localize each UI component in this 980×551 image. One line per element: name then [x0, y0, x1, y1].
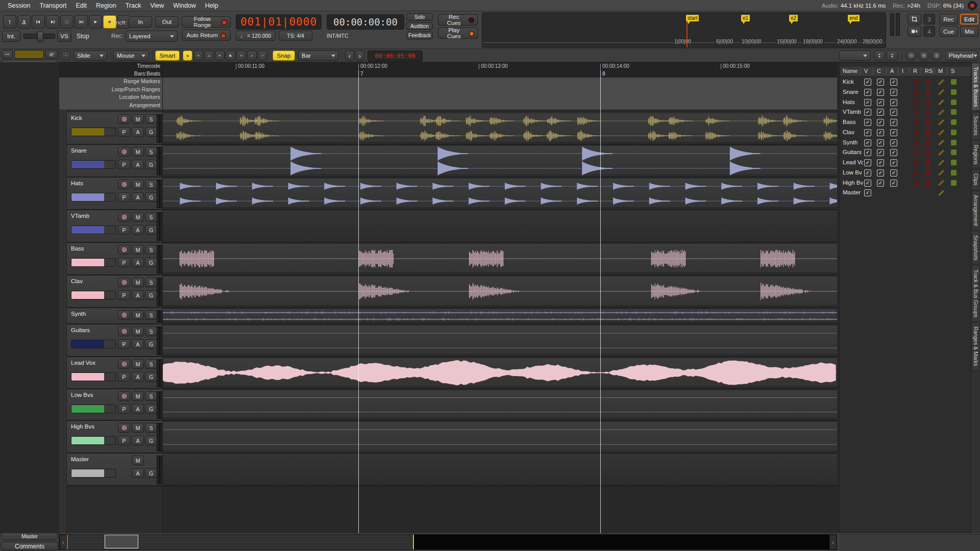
- track-header-clav[interactable]: ClavMSPAG: [67, 276, 162, 308]
- selection-tool-button[interactable]: [908, 14, 921, 24]
- solo-state-icon[interactable]: [951, 89, 957, 95]
- active-checkbox[interactable]: ✓: [877, 109, 884, 116]
- layer-4-button[interactable]: 4: [923, 26, 935, 37]
- track-header-low-bvs[interactable]: Low BvsMSPAG: [67, 389, 162, 421]
- track-automation-button[interactable]: A: [132, 372, 144, 382]
- comments-button[interactable]: Comments: [1, 542, 58, 550]
- track-mute-button[interactable]: M: [132, 359, 144, 369]
- table-row[interactable]: Synth✓✓✓: [840, 138, 971, 147]
- mute-state-icon[interactable]: [938, 149, 944, 156]
- visible-checkbox[interactable]: ✓: [864, 129, 871, 136]
- track-automation-button[interactable]: A: [132, 404, 144, 414]
- track-group-button[interactable]: G: [145, 192, 157, 202]
- track-automation-button[interactable]: A: [132, 192, 144, 202]
- record-indicator-button[interactable]: [968, 1, 977, 10]
- track-solo-button[interactable]: S: [145, 359, 157, 369]
- audible-checkbox[interactable]: ✓: [890, 119, 897, 126]
- fade-tool-button[interactable]: [226, 51, 235, 61]
- active-checkbox[interactable]: ✓: [877, 119, 884, 126]
- track-rec-enable-button[interactable]: [118, 147, 130, 157]
- active-checkbox[interactable]: ✓: [877, 99, 884, 106]
- rec-enable-dot-icon[interactable]: [913, 170, 918, 176]
- track-playlist-button[interactable]: P: [118, 192, 130, 202]
- goto-start-button[interactable]: [32, 15, 45, 29]
- rec-safe-lock-icon[interactable]: [925, 180, 931, 186]
- mute-state-icon[interactable]: [938, 160, 944, 166]
- side-tab-track-bus-groups[interactable]: Track & Bus Groups: [971, 265, 980, 321]
- layer-3-button[interactable]: 3: [923, 14, 935, 24]
- follow-range-button[interactable]: Follow Range: [182, 16, 231, 28]
- grab-tool-button[interactable]: [183, 51, 192, 61]
- rec-enable-dot-icon[interactable]: [913, 110, 918, 115]
- active-checkbox[interactable]: ✓: [877, 139, 884, 146]
- track-playlist-button[interactable]: P: [118, 404, 130, 414]
- cut-tool-button[interactable]: [204, 51, 214, 61]
- track-header-snare[interactable]: SnareMSPAG: [67, 145, 162, 178]
- audible-checkbox[interactable]: ✓: [890, 159, 897, 166]
- range-tool-button[interactable]: [193, 51, 203, 61]
- track-group-button[interactable]: G: [145, 436, 157, 445]
- ruler-area[interactable]: TimecodeBars:BeatsRange MarkersLoop/Punc…: [59, 62, 837, 109]
- track-automation-button[interactable]: A: [132, 468, 144, 478]
- visible-checkbox[interactable]: ✓: [864, 139, 871, 146]
- track-solo-button[interactable]: S: [145, 180, 157, 189]
- ruler-row-label-4[interactable]: Location Markers: [59, 94, 160, 100]
- track-header-vtamb[interactable]: VTambMSPAG: [67, 210, 162, 243]
- track-solo-button[interactable]: S: [145, 147, 157, 157]
- tempo-button[interactable]: ♩ = 120.000: [236, 31, 276, 41]
- audio-region-high-bvs[interactable]: [162, 421, 837, 451]
- rec-enable-dot-icon[interactable]: [913, 130, 918, 135]
- track-automation-button[interactable]: A: [132, 127, 144, 137]
- side-tab-tracks-busses[interactable]: Tracks & Busses: [971, 63, 980, 111]
- marker-e1[interactable]: e1: [741, 15, 750, 21]
- page-cue-button[interactable]: Cue: [939, 26, 958, 37]
- track-header-hats[interactable]: HatsMSPAG: [67, 178, 162, 210]
- track-gain-bar[interactable]: [71, 128, 116, 136]
- track-mute-button[interactable]: M: [132, 391, 144, 401]
- hide-strip-button[interactable]: [45, 50, 58, 59]
- edit-mode-select[interactable]: Slide: [74, 51, 107, 61]
- mute-state-icon[interactable]: [938, 99, 944, 106]
- marker-ruler-bg[interactable]: [59, 102, 837, 110]
- audition-button[interactable]: Audition: [406, 22, 433, 30]
- expand-vertical-button[interactable]: [887, 51, 898, 61]
- table-row[interactable]: Clav✓✓✓: [840, 128, 971, 137]
- column-header-i[interactable]: I: [902, 68, 903, 74]
- track-header-master[interactable]: MasterMAG: [67, 454, 162, 486]
- track-gain-bar[interactable]: [71, 469, 116, 478]
- track-name-label[interactable]: Bass: [71, 245, 84, 252]
- active-checkbox[interactable]: ✓: [877, 129, 884, 136]
- zoom-in-button[interactable]: [918, 51, 929, 61]
- track-header-synth[interactable]: SynthMS: [67, 308, 162, 324]
- column-header-c[interactable]: C: [877, 68, 881, 74]
- rec-safe-lock-icon[interactable]: [925, 139, 931, 145]
- edit-tool-button[interactable]: [258, 51, 267, 61]
- goto-end-button[interactable]: [46, 15, 59, 29]
- track-gain-bar[interactable]: [71, 436, 116, 445]
- menu-item-session[interactable]: Session: [3, 1, 35, 11]
- rec-enable-dot-icon[interactable]: [913, 140, 918, 145]
- track-solo-button[interactable]: S: [145, 327, 157, 336]
- track-name-label[interactable]: Hats: [71, 180, 83, 186]
- summary-scroll-right-button[interactable]: ›: [829, 535, 837, 549]
- track-group-button[interactable]: G: [145, 160, 157, 169]
- table-row[interactable]: High Bv✓✓✓: [840, 178, 971, 188]
- track-mute-button[interactable]: M: [132, 212, 144, 222]
- track-header-high-bvs[interactable]: High BvsMSPAG: [67, 421, 162, 454]
- track-solo-button[interactable]: S: [145, 310, 157, 320]
- track-playlist-button[interactable]: P: [118, 225, 130, 235]
- rec-enable-dot-icon[interactable]: [913, 90, 918, 95]
- smart-mode-button[interactable]: Smart: [155, 51, 180, 61]
- summary-view-rect[interactable]: [105, 535, 138, 548]
- active-checkbox[interactable]: ✓: [877, 159, 884, 166]
- audible-checkbox[interactable]: ✓: [890, 180, 897, 187]
- punch-in-button[interactable]: In: [129, 16, 152, 28]
- page-mix-button[interactable]: Mix: [960, 26, 978, 37]
- column-header-v[interactable]: V: [864, 68, 868, 74]
- table-row[interactable]: Master✓: [840, 188, 971, 197]
- strip-width-button[interactable]: [2, 50, 13, 59]
- primary-clock[interactable]: 001|01|0000: [236, 14, 322, 30]
- track-group-button[interactable]: G: [145, 339, 157, 349]
- track-name-label[interactable]: Master: [71, 456, 89, 462]
- snap-button[interactable]: Snap: [273, 51, 295, 61]
